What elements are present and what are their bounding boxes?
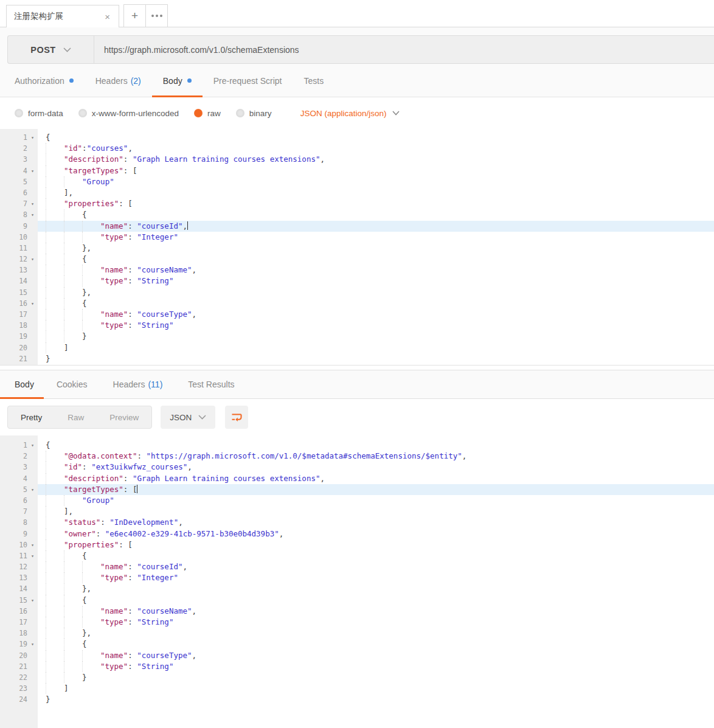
code-line[interactable]: 11}, bbox=[0, 243, 714, 254]
fold-arrow-icon[interactable]: ▾ bbox=[27, 198, 38, 209]
code-token: "courseId" bbox=[137, 562, 182, 571]
code-line[interactable]: 20"name": "courseType", bbox=[0, 650, 714, 661]
code-line[interactable]: 19▾{ bbox=[0, 639, 714, 650]
indent-guide bbox=[64, 672, 82, 683]
code-line[interactable]: 13"type": "Integer" bbox=[0, 572, 714, 583]
tab-tests[interactable]: Tests bbox=[293, 64, 335, 97]
code-line[interactable]: 17"type": "String" bbox=[0, 617, 714, 628]
indent-guide bbox=[64, 639, 82, 650]
code-line[interactable]: 18"type": "String" bbox=[0, 320, 714, 331]
new-tab-button[interactable]: + bbox=[123, 4, 146, 27]
response-body-editor[interactable]: 1▾{2"@odata.context": "https://graph.mic… bbox=[0, 435, 714, 728]
code-token: "Group" bbox=[82, 177, 114, 186]
radio-x-www-form-urlencoded[interactable]: x-www-form-urlencoded bbox=[78, 109, 179, 118]
tab-authorization[interactable]: Authorization bbox=[4, 64, 85, 97]
radio-raw[interactable]: raw bbox=[194, 109, 221, 118]
radio-form-data[interactable]: form-data bbox=[15, 109, 63, 118]
indent-guide bbox=[46, 572, 64, 583]
fold-arrow-icon[interactable]: ▾ bbox=[27, 639, 38, 650]
fold-arrow-icon[interactable]: ▾ bbox=[27, 484, 38, 495]
code-line[interactable]: 2"id":"courses", bbox=[0, 143, 714, 154]
code-line[interactable]: 2"@odata.context": "https://graph.micros… bbox=[0, 451, 714, 462]
response-tab-body[interactable]: Body bbox=[0, 370, 44, 398]
fold-arrow-icon[interactable]: ▾ bbox=[27, 550, 38, 561]
code-line[interactable]: 15}, bbox=[0, 287, 714, 298]
wrap-text-button[interactable] bbox=[225, 406, 248, 429]
code-line[interactable]: 5"Group" bbox=[0, 176, 714, 187]
code-line[interactable]: 8"status": "InDevelopment", bbox=[0, 517, 714, 528]
code-line[interactable]: 23] bbox=[0, 683, 714, 694]
url-input[interactable]: https://graph.microsoft.com/v1.0/schemaE… bbox=[94, 45, 714, 55]
code-line[interactable]: 16"name": "courseName", bbox=[0, 606, 714, 617]
code-line[interactable]: 6"Group" bbox=[0, 495, 714, 506]
code-line[interactable]: 21"type": "String" bbox=[0, 661, 714, 672]
code-line[interactable]: 3"id": "ext3uikwfwz_courses", bbox=[0, 462, 714, 473]
code-line[interactable]: 18}, bbox=[0, 628, 714, 639]
code-line[interactable]: 14"type": "String" bbox=[0, 276, 714, 286]
request-body-editor[interactable]: 1▾{2"id":"courses",3"description": "Grap… bbox=[0, 129, 714, 366]
fold-arrow-icon[interactable]: ▾ bbox=[27, 440, 38, 451]
code-line[interactable]: 6], bbox=[0, 187, 714, 198]
chevron-down-icon bbox=[198, 415, 206, 420]
fold-arrow-icon[interactable]: ▾ bbox=[27, 595, 38, 606]
response-tab-headers[interactable]: Headers(11) bbox=[100, 370, 176, 398]
fold-arrow-icon[interactable]: ▾ bbox=[27, 132, 38, 143]
code-token: "https://graph.microsoft.com/v1.0/$metad… bbox=[146, 451, 462, 460]
code-line[interactable]: 22} bbox=[0, 672, 714, 683]
code-line[interactable]: 16▾{ bbox=[0, 298, 714, 309]
code-line[interactable]: 10▾"properties": [ bbox=[0, 539, 714, 550]
code-line[interactable]: 15▾{ bbox=[0, 595, 714, 606]
request-url-section: POST https://graph.microsoft.com/v1.0/sc… bbox=[0, 27, 714, 64]
code-line[interactable]: 11▾{ bbox=[0, 550, 714, 561]
code-line[interactable]: 9"owner": "e6ec4002-e329-41cb-9571-b30e0… bbox=[0, 529, 714, 539]
tab-body[interactable]: Body bbox=[152, 64, 203, 97]
blue-dot-icon bbox=[69, 78, 74, 83]
code-line[interactable]: 24} bbox=[0, 694, 714, 705]
tab-pre-request-script[interactable]: Pre-request Script bbox=[203, 64, 293, 97]
tab-options-button[interactable] bbox=[145, 4, 168, 27]
code-line[interactable]: 1▾{ bbox=[0, 132, 714, 143]
fold-arrow-icon[interactable]: ▾ bbox=[27, 165, 38, 176]
code-line[interactable]: 10"type": "Integer" bbox=[0, 232, 714, 243]
code-line[interactable]: 13"name": "courseName", bbox=[0, 265, 714, 276]
code-line[interactable]: 5▾"targetTypes": [ bbox=[0, 484, 714, 495]
code-line[interactable]: 1▾{ bbox=[0, 440, 714, 451]
code-token: "courseType" bbox=[137, 310, 192, 319]
line-number: 2 bbox=[23, 143, 27, 154]
response-language-dropdown[interactable]: JSON bbox=[161, 406, 215, 429]
view-preview[interactable]: Preview bbox=[97, 413, 151, 422]
view-pretty[interactable]: Pretty bbox=[8, 413, 55, 422]
code-line[interactable]: 9"name": "courseId", bbox=[0, 221, 714, 232]
radio-icon bbox=[78, 109, 87, 117]
code-line[interactable]: 8▾{ bbox=[0, 209, 714, 220]
code-line[interactable]: 14}, bbox=[0, 583, 714, 594]
response-tab-test-results[interactable]: Test Results bbox=[175, 370, 247, 398]
radio-binary[interactable]: binary bbox=[236, 109, 272, 118]
code-line[interactable]: 4▾"targetTypes": [ bbox=[0, 165, 714, 176]
fold-arrow-icon[interactable]: ▾ bbox=[27, 254, 38, 265]
fold-arrow-icon[interactable]: ▾ bbox=[27, 539, 38, 550]
code-line[interactable]: 7], bbox=[0, 506, 714, 517]
code-line[interactable]: 4"description": "Graph Learn training co… bbox=[0, 473, 714, 484]
fold-arrow-icon[interactable]: ▾ bbox=[27, 209, 38, 220]
code-text: "targetTypes": [ bbox=[38, 165, 714, 176]
code-line[interactable]: 20] bbox=[0, 342, 714, 353]
code-line[interactable]: 12▾{ bbox=[0, 254, 714, 265]
close-icon[interactable]: × bbox=[103, 12, 111, 22]
method-selector[interactable]: POST bbox=[8, 36, 94, 63]
code-text: "description": "Graph Learn training cou… bbox=[38, 473, 714, 484]
code-line[interactable]: 19} bbox=[0, 331, 714, 342]
code-line[interactable]: 17"name": "courseType", bbox=[0, 309, 714, 320]
open-request-tab[interactable]: 注册架构扩展 × bbox=[6, 5, 119, 27]
indent-guide bbox=[46, 320, 64, 331]
view-raw[interactable]: Raw bbox=[55, 413, 97, 422]
code-line[interactable]: 3"description": "Graph Learn training co… bbox=[0, 154, 714, 165]
line-number: 16 bbox=[19, 606, 27, 617]
response-tab-cookies[interactable]: Cookies bbox=[44, 370, 100, 398]
fold-arrow-icon[interactable]: ▾ bbox=[27, 298, 38, 309]
tab-headers[interactable]: Headers(2) bbox=[85, 64, 152, 97]
code-line[interactable]: 12"name": "courseId", bbox=[0, 561, 714, 572]
code-line[interactable]: 21} bbox=[0, 353, 714, 364]
content-type-dropdown[interactable]: JSON (application/json) bbox=[300, 109, 400, 118]
code-line[interactable]: 7▾"properties": [ bbox=[0, 198, 714, 209]
